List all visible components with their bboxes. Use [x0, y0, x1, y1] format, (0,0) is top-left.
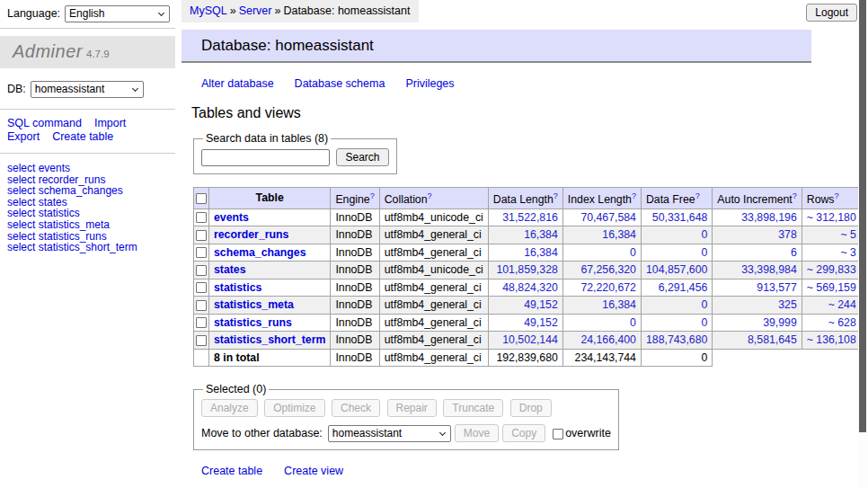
- index-length-link[interactable]: 24,166,400: [580, 333, 636, 346]
- row-checkbox[interactable]: [196, 282, 207, 293]
- auto-increment-link[interactable]: 33,398,984: [741, 263, 797, 276]
- rows-link[interactable]: ~ 569,159: [807, 281, 856, 294]
- help-icon[interactable]: ?: [793, 191, 797, 200]
- logout-button[interactable]: Logout: [806, 4, 857, 22]
- sidebar-item-select-events[interactable]: select events: [7, 163, 168, 174]
- auto-increment-link[interactable]: 6: [791, 246, 797, 259]
- move-button[interactable]: Move: [455, 424, 499, 442]
- help-icon[interactable]: ?: [632, 191, 636, 200]
- index-length-link[interactable]: 0: [630, 316, 636, 329]
- database-schema-link[interactable]: Database schema: [295, 77, 385, 90]
- select-all-checkbox[interactable]: [196, 193, 207, 204]
- data-length-link[interactable]: 16,384: [524, 228, 558, 241]
- breadcrumb-current: Database: homeassistant: [283, 4, 410, 17]
- db-select[interactable]: homeassistant: [31, 81, 144, 98]
- search-button[interactable]: Search: [336, 148, 388, 166]
- data-length-link[interactable]: 10,502,144: [502, 333, 558, 346]
- sidebar-item-select-statistics-short-term[interactable]: select statistics_short_term: [7, 242, 168, 253]
- auto-increment-link[interactable]: 913,577: [757, 281, 796, 294]
- help-icon[interactable]: ?: [428, 191, 432, 200]
- help-icon[interactable]: ?: [554, 191, 558, 200]
- index-length-link[interactable]: 72,220,672: [580, 281, 636, 294]
- data-length-link[interactable]: 31,522,816: [502, 211, 558, 224]
- analyze-button[interactable]: Analyze: [201, 399, 258, 417]
- rows-link[interactable]: ~ 5: [840, 228, 855, 241]
- help-icon[interactable]: ?: [370, 191, 375, 200]
- overwrite-checkbox[interactable]: [553, 429, 563, 439]
- repair-button[interactable]: Repair: [387, 399, 437, 417]
- table-name-link[interactable]: events: [214, 211, 249, 224]
- data-length-link[interactable]: 101,859,328: [496, 263, 557, 276]
- table-name-link[interactable]: schema_changes: [214, 246, 306, 259]
- rows-link[interactable]: ~ 299,833: [807, 263, 856, 276]
- index-length-link[interactable]: 16,384: [602, 298, 636, 311]
- column-header-data-length: Data Length?: [488, 188, 562, 209]
- move-db-select[interactable]: homeassistant: [328, 425, 451, 442]
- scrollbar[interactable]: [858, 0, 868, 488]
- data-length-link[interactable]: 49,152: [524, 298, 558, 311]
- auto-increment-link[interactable]: 8,581,645: [748, 333, 797, 346]
- table-name-link[interactable]: recorder_runs: [214, 228, 288, 241]
- data-length-link[interactable]: 16,384: [524, 246, 558, 259]
- table-name-link[interactable]: statistics: [214, 281, 261, 294]
- collation-cell: utf8mb4_general_ci: [379, 297, 488, 315]
- row-checkbox[interactable]: [196, 212, 207, 223]
- rows-link[interactable]: ~ 312,180: [807, 211, 856, 224]
- data-free-link[interactable]: 0: [702, 298, 708, 311]
- scrollbar-thumb[interactable]: [859, 0, 866, 432]
- table-name-link[interactable]: statistics_meta: [214, 298, 294, 311]
- optimize-button[interactable]: Optimize: [264, 399, 324, 417]
- row-checkbox[interactable]: [196, 317, 207, 328]
- row-checkbox[interactable]: [196, 300, 207, 311]
- data-free-link[interactable]: 0: [702, 246, 708, 259]
- row-checkbox[interactable]: [196, 247, 207, 258]
- table-name-link[interactable]: states: [214, 263, 246, 276]
- create-view-link[interactable]: Create view: [284, 465, 343, 477]
- help-icon[interactable]: ?: [695, 191, 700, 200]
- sidebar-link-export[interactable]: Export: [7, 130, 40, 143]
- auto-increment-link[interactable]: 39,999: [763, 316, 797, 329]
- overwrite-label[interactable]: overwrite: [565, 427, 611, 439]
- auto-increment-link[interactable]: 325: [778, 298, 797, 311]
- sidebar-item-select-statistics-meta[interactable]: select statistics_meta: [7, 219, 168, 231]
- index-length-link[interactable]: 67,256,320: [580, 263, 636, 276]
- search-input[interactable]: [201, 149, 330, 166]
- help-icon[interactable]: ?: [835, 191, 839, 200]
- sidebar-link-sql-command[interactable]: SQL command: [7, 117, 82, 129]
- index-length-link[interactable]: 70,467,584: [580, 211, 636, 224]
- drop-button[interactable]: Drop: [510, 399, 552, 417]
- data-free-link[interactable]: 50,331,648: [652, 211, 708, 224]
- row-checkbox[interactable]: [196, 230, 207, 241]
- row-checkbox[interactable]: [196, 335, 207, 346]
- copy-button[interactable]: Copy: [502, 424, 545, 442]
- data-free-link[interactable]: 188,743,680: [646, 333, 707, 346]
- breadcrumb-link-server[interactable]: Server: [239, 4, 272, 17]
- row-checkbox[interactable]: [196, 265, 207, 276]
- rows-link[interactable]: ~ 136,108: [807, 333, 856, 346]
- data-free-link[interactable]: 0: [702, 228, 708, 241]
- language-select[interactable]: English: [65, 5, 170, 22]
- sidebar-link-create-table[interactable]: Create table: [52, 130, 113, 143]
- data-free-link[interactable]: 6,291,456: [659, 281, 708, 294]
- check-button[interactable]: Check: [332, 399, 380, 417]
- index-length-link[interactable]: 16,384: [602, 228, 636, 241]
- alter-database-link[interactable]: Alter database: [201, 77, 274, 90]
- data-length-link[interactable]: 48,824,320: [502, 281, 558, 294]
- index-length-link[interactable]: 0: [630, 246, 636, 259]
- data-length-link[interactable]: 49,152: [524, 316, 558, 329]
- data-free-link[interactable]: 0: [702, 316, 708, 329]
- breadcrumb-link-mysql[interactable]: MySQL: [190, 4, 227, 17]
- table-name-link[interactable]: statistics_short_term: [214, 333, 325, 346]
- privileges-link[interactable]: Privileges: [405, 77, 454, 90]
- rows-link[interactable]: ~ 244: [828, 298, 856, 311]
- sidebar-link-import[interactable]: Import: [94, 117, 126, 129]
- truncate-button[interactable]: Truncate: [443, 399, 503, 417]
- auto-increment-link[interactable]: 378: [778, 228, 797, 241]
- data-free-link[interactable]: 104,857,600: [646, 263, 707, 276]
- rows-link[interactable]: ~ 3: [840, 246, 855, 259]
- sidebar-item-select-schema-changes[interactable]: select schema_changes: [7, 185, 168, 197]
- auto-increment-link[interactable]: 33,898,196: [741, 211, 797, 224]
- rows-link[interactable]: ~ 628: [828, 316, 856, 329]
- create-table-link[interactable]: Create table: [201, 465, 262, 477]
- table-name-link[interactable]: statistics_runs: [214, 316, 292, 329]
